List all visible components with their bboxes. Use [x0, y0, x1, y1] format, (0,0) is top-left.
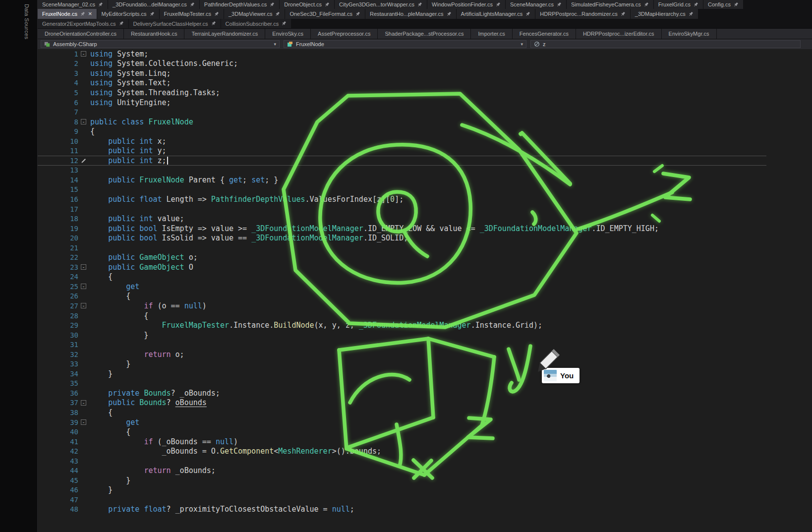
- tab-fruxelnode-cs[interactable]: FruxelNode.cs×: [38, 9, 97, 19]
- code-text[interactable]: public GameObject O: [90, 263, 193, 272]
- code-line[interactable]: 3using System.Linq;: [38, 68, 766, 78]
- code-line[interactable]: 35: [38, 379, 766, 389]
- code-line[interactable]: 44 return _oBounds;: [38, 466, 766, 476]
- tab-importer-cs[interactable]: Importer.cs: [471, 29, 512, 39]
- chevron-down-icon[interactable]: ▾: [274, 42, 276, 47]
- code-line[interactable]: 46 }: [38, 485, 766, 495]
- fold-marker-icon[interactable]: -: [81, 119, 86, 124]
- pin-icon[interactable]: [80, 11, 85, 17]
- code-text[interactable]: public float Length => PathfinderDepthVa…: [90, 195, 404, 204]
- code-text[interactable]: {: [90, 292, 130, 300]
- tab--3dmaphierarchy-cs[interactable]: _3DMapHierarchy.cs: [631, 9, 698, 19]
- code-line[interactable]: 20 public bool IsSolid => value == _3DFo…: [38, 233, 766, 243]
- tab--3dmapviewer-cs[interactable]: _3DMapViewer.cs: [224, 9, 285, 19]
- tab-fruxelgrid-cs[interactable]: FruxelGrid.cs: [654, 0, 703, 9]
- pin-icon[interactable]: [118, 21, 124, 26]
- code-text[interactable]: {: [90, 272, 113, 281]
- tab-droneobject-cs[interactable]: DroneObject.cs: [280, 0, 334, 9]
- type-dropdown[interactable]: FruxelNode ▾: [284, 40, 526, 48]
- code-line[interactable]: 48 private float? _proximityToClosestObs…: [38, 505, 766, 515]
- code-line[interactable]: 37- public Bounds? oBounds: [38, 398, 766, 408]
- code-text[interactable]: public GameObject o;: [90, 253, 198, 262]
- pin-icon[interactable]: [355, 11, 360, 17]
- tab-deliverysurfaceclasshelper-cs[interactable]: DeliverySurfaceClassHelper.cs: [129, 19, 221, 28]
- tab-fencesgenerator-cs[interactable]: FencesGenerator.cs: [513, 29, 576, 39]
- code-line[interactable]: 17: [38, 204, 766, 214]
- code-line[interactable]: 8-public class FruxelNode: [38, 117, 766, 127]
- fold-marker-icon[interactable]: -: [81, 303, 86, 308]
- code-text[interactable]: {: [90, 311, 148, 320]
- code-line[interactable]: 27- if (o == null): [38, 301, 766, 311]
- pin-icon[interactable]: [281, 21, 287, 26]
- code-line[interactable]: 4using System.Text;: [38, 78, 766, 88]
- code-text[interactable]: using System;: [90, 50, 148, 59]
- tab-terrainlayerrandomizer-cs[interactable]: TerrainLayerRandomizer.cs: [184, 29, 265, 39]
- code-text[interactable]: public FruxelNode Parent { get; set; }: [90, 176, 278, 184]
- code-text[interactable]: public int z;: [90, 156, 168, 165]
- tab-generator2exportmaptools-cs[interactable]: Generator2ExportMapTools.cs: [38, 19, 128, 28]
- code-text[interactable]: public Bounds? oBounds: [90, 398, 207, 407]
- pin-icon[interactable]: [211, 21, 216, 26]
- tab-droneorientationcontroller-cs[interactable]: DroneOrientationController.cs: [38, 29, 124, 39]
- pin-icon[interactable]: [643, 2, 649, 7]
- tab-windowpositionfinder-cs[interactable]: WindowPositionFinder.cs: [427, 0, 505, 9]
- code-text[interactable]: return _oBounds;: [90, 466, 216, 475]
- pin-icon[interactable]: [275, 11, 280, 17]
- code-line[interactable]: 47: [38, 495, 766, 505]
- code-line[interactable]: 26 {: [38, 292, 766, 301]
- pin-icon[interactable]: [189, 2, 195, 7]
- code-line[interactable]: 10 public int x;: [38, 136, 766, 146]
- code-text[interactable]: public bool IsSolid => value == _3DFound…: [90, 234, 408, 242]
- code-text[interactable]: using System.Text;: [90, 78, 171, 87]
- tab-onesec3d-fileformat-cs[interactable]: OneSec3D_FileFormat.cs: [285, 9, 365, 19]
- pin-icon[interactable]: [733, 2, 739, 7]
- code-text[interactable]: FruxelMapTester.Instance.BuildNode(x, y,…: [90, 321, 542, 330]
- code-line[interactable]: 2using System.Collections.Generic;: [38, 59, 766, 69]
- project-dropdown[interactable]: Assembly-CSharp ▾: [41, 40, 280, 48]
- code-line[interactable]: 1-using System;: [38, 49, 766, 59]
- code-text[interactable]: using System.Collections.Generic;: [90, 59, 238, 68]
- code-line[interactable]: 30 }: [38, 330, 766, 340]
- code-line[interactable]: 41 if (_oBounds == null): [38, 437, 766, 447]
- tab-scenemanager-cs[interactable]: SceneManager.cs: [506, 0, 566, 9]
- pin-icon[interactable]: [495, 2, 501, 7]
- code-line[interactable]: 31: [38, 340, 766, 350]
- member-dropdown[interactable]: z: [530, 40, 801, 48]
- pin-icon[interactable]: [324, 2, 330, 7]
- code-text[interactable]: public int value;: [90, 214, 184, 223]
- data-sources-tab[interactable]: Data Sources: [24, 4, 30, 39]
- code-line[interactable]: 40 {: [38, 427, 766, 437]
- code-line[interactable]: 16 public float Length => PathfinderDept…: [38, 194, 766, 204]
- code-text[interactable]: private float? _proximityToClosestObstac…: [90, 505, 354, 514]
- tab-hdrppostproc-randomizer-cs[interactable]: HDRPPostproc...Randomizer.cs: [535, 9, 630, 19]
- code-text[interactable]: {: [90, 127, 95, 136]
- pin-icon[interactable]: [98, 2, 103, 7]
- code-line[interactable]: 24 {: [38, 272, 766, 282]
- code-text[interactable]: public bool IsEmpty => value >= _3DFound…: [90, 224, 659, 233]
- code-text[interactable]: }: [90, 369, 113, 378]
- code-line[interactable]: 11 public int y;: [38, 146, 766, 156]
- code-text[interactable]: public int x;: [90, 137, 167, 146]
- fold-marker-icon[interactable]: -: [81, 284, 86, 289]
- pin-icon[interactable]: [525, 11, 530, 17]
- fold-marker-icon[interactable]: -: [81, 400, 86, 406]
- code-text[interactable]: }: [90, 485, 113, 494]
- code-text[interactable]: using UnityEngine;: [90, 98, 171, 107]
- code-line[interactable]: 23- public GameObject O: [38, 262, 766, 272]
- code-text[interactable]: }: [90, 331, 148, 340]
- code-line[interactable]: 12 public int z;: [38, 156, 766, 166]
- tab-restauranthook-cs[interactable]: RestaurantHook.cs: [124, 29, 185, 39]
- code-text[interactable]: return o;: [90, 350, 184, 359]
- code-line[interactable]: 5using System.Threading.Tasks;: [38, 88, 766, 98]
- code-line[interactable]: 6using UnityEngine;: [38, 98, 766, 108]
- code-line[interactable]: 13: [38, 166, 766, 176]
- tab-artificiallightsmanager-cs[interactable]: ArtificialLightsManager.cs: [457, 9, 535, 19]
- code-line[interactable]: 38 {: [38, 408, 766, 417]
- code-line[interactable]: 7: [38, 107, 766, 117]
- tab-citygen3dgen-torwrapper-cs[interactable]: CityGen3DGen...torWrapper.cs: [335, 0, 427, 9]
- code-text[interactable]: }: [90, 476, 130, 485]
- pin-icon[interactable]: [620, 11, 626, 17]
- code-line[interactable]: 14 public FruxelNode Parent { get; set; …: [38, 175, 766, 185]
- code-text[interactable]: using System.Linq;: [90, 69, 171, 78]
- code-editor[interactable]: 1-using System;2using System.Collections…: [38, 48, 812, 532]
